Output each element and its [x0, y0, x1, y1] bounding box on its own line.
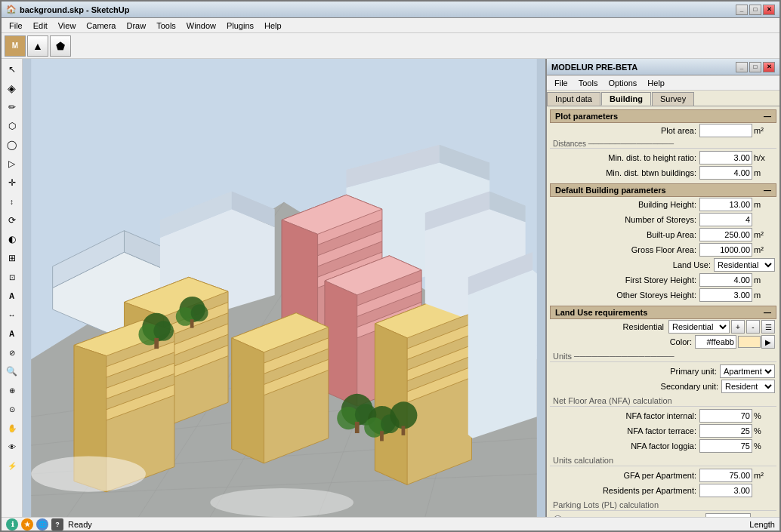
menu-window[interactable]: Window — [182, 20, 221, 31]
land-use-select[interactable]: Residential Commercial Mixed — [714, 258, 775, 272]
tool-section[interactable]: ⊘ — [3, 343, 21, 361]
section-landuse-header: Land Use requirements — — [550, 306, 776, 319]
nfa-loggia-input[interactable] — [699, 439, 752, 453]
panel-title-bar: MODELUR PRE-BETA _ □ ✕ — [547, 59, 779, 75]
gfa-input[interactable] — [699, 243, 752, 257]
section-default-building: Default Building parameters — Building H… — [550, 183, 776, 303]
tab-building[interactable]: Building — [601, 92, 651, 106]
left-toolbar: ↖ ◈ ✏ ⬡ ◯ ▷ ✛ ↕ ⟳ ◐ ⊞ ⊡ A ↔ A ⊘ 🔍 ⊕ ⊙ ✋ … — [2, 59, 23, 517]
section-building-collapse[interactable]: — — [764, 186, 771, 195]
tool-paint[interactable]: ◈ — [3, 79, 21, 97]
panel-menu-tools[interactable]: Tools — [574, 78, 603, 88]
nfa-terrace-unit: % — [752, 426, 775, 435]
viewport[interactable] — [23, 59, 545, 517]
app-window: 🏠 background.skp - SketchUp _ □ ✕ File E… — [0, 0, 781, 532]
other-storey-input[interactable] — [699, 288, 752, 302]
secondary-unit-label: Secondary unit: — [551, 382, 721, 391]
tab-input-data[interactable]: Input data — [547, 92, 600, 106]
builtup-area-input[interactable] — [699, 228, 752, 241]
menu-tools[interactable]: Tools — [152, 20, 181, 31]
lu-color-pick-button[interactable]: ▶ — [761, 335, 775, 349]
tool-scale[interactable]: ⊞ — [3, 249, 21, 267]
menu-edit[interactable]: Edit — [29, 20, 52, 31]
section-land-use: Land Use requirements — Residential Resi… — [550, 306, 776, 517]
nfa-internal-row: NFA factor internal: % — [550, 408, 776, 423]
svg-marker-60 — [232, 338, 264, 463]
lu-color-swatch[interactable] — [738, 336, 761, 348]
section-plot-parameters: Plot parameters — Plot area: m² Distance… — [550, 109, 776, 180]
tab-survey[interactable]: Survey — [652, 92, 694, 106]
tool-eraser[interactable]: ✏ — [3, 98, 21, 116]
min-dist-btwn-input[interactable] — [699, 166, 752, 180]
menu-plugins[interactable]: Plugins — [222, 20, 258, 31]
secondary-unit-select[interactable]: Resident Employee — [721, 380, 775, 393]
app-icon: 🏠 — [6, 5, 17, 14]
tool-dim[interactable]: ↔ — [3, 306, 21, 324]
info-icon-4[interactable]: ? — [51, 518, 63, 530]
menu-camera[interactable]: Camera — [82, 20, 120, 31]
nfa-terrace-input[interactable] — [699, 424, 752, 438]
tool-zoom[interactable]: 🔍 — [3, 362, 21, 380]
plot-area-input[interactable] — [699, 124, 752, 137]
menu-file[interactable]: File — [5, 20, 27, 31]
tool-arc[interactable]: ▷ — [3, 155, 21, 173]
info-icon-3[interactable]: 🌐 — [36, 518, 48, 530]
first-storey-label: First Storey Height: — [551, 275, 699, 284]
first-storey-input[interactable] — [699, 273, 752, 287]
toolbar-triangle[interactable]: ▲ — [27, 35, 48, 57]
tool-zoomext[interactable]: ⊕ — [3, 381, 21, 399]
tool-select[interactable]: ↖ — [3, 60, 21, 78]
tool-text[interactable]: A — [3, 287, 21, 305]
toolbar-shape[interactable]: ⬟ — [50, 35, 71, 57]
info-icon-1[interactable]: ℹ — [6, 518, 18, 530]
tool-lookaround[interactable]: ⚡ — [3, 457, 21, 475]
tool-offset[interactable]: ⊡ — [3, 268, 21, 286]
status-icons: ℹ ★ 🌐 ? — [6, 518, 63, 530]
min-dist-height-input[interactable] — [699, 151, 752, 165]
tool-pan[interactable]: ✋ — [3, 419, 21, 437]
primary-unit-select[interactable]: Apartment Room — [720, 364, 775, 378]
menu-draw[interactable]: Draw — [122, 20, 150, 31]
panel-menu-help[interactable]: Help — [643, 78, 669, 88]
svg-point-93 — [31, 456, 146, 491]
gfa-row: Gross Floor Area: m² — [550, 242, 776, 257]
panel-minimize[interactable]: _ — [736, 62, 748, 72]
minimize-button[interactable]: _ — [736, 5, 748, 15]
tool-follow[interactable]: ◐ — [3, 230, 21, 248]
section-landuse-collapse[interactable]: — — [764, 309, 771, 317]
nfa-internal-input[interactable] — [699, 409, 752, 423]
storeys-input[interactable] — [699, 213, 752, 226]
lu-add-button[interactable]: + — [731, 320, 745, 334]
tool-walk[interactable]: 👁 — [3, 438, 21, 456]
tool-move[interactable]: ✛ — [3, 174, 21, 192]
panel-menu-file[interactable]: File — [550, 78, 573, 88]
info-icon-2[interactable]: ★ — [21, 518, 33, 530]
tool-rect[interactable]: ⬡ — [3, 117, 21, 135]
menu-bar: File Edit View Camera Draw Tools Window … — [2, 18, 779, 33]
panel-maximize[interactable]: □ — [749, 62, 761, 72]
menu-view[interactable]: View — [54, 20, 81, 31]
maximize-button[interactable]: □ — [749, 5, 761, 15]
building-height-input[interactable] — [699, 198, 752, 211]
lu-list-button[interactable]: ☰ — [761, 320, 775, 334]
toolbar-modelur[interactable]: M — [5, 35, 26, 57]
residents-apt-input[interactable] — [699, 484, 752, 497]
panel-menu-options[interactable]: Options — [604, 78, 641, 88]
menu-help[interactable]: Help — [260, 20, 286, 31]
gfa-apt-input[interactable] — [699, 469, 752, 482]
lu-color-input[interactable] — [695, 335, 736, 349]
tool-rotate[interactable]: ⟳ — [3, 211, 21, 229]
first-storey-row: First Storey Height: m — [550, 272, 776, 288]
section-plot-collapse[interactable]: — — [764, 112, 771, 121]
tool-circle[interactable]: ◯ — [3, 136, 21, 154]
tool-orbit[interactable]: ⊙ — [3, 400, 21, 418]
lu-remove-button[interactable]: - — [746, 320, 760, 334]
lu-color-label: Color: — [551, 337, 695, 346]
tool-3dtext[interactable]: A — [3, 324, 21, 343]
lu-main-select[interactable]: Residential Commercial — [668, 320, 730, 334]
min-dist-btwn-row: Min. dist. btwn buildings: m — [550, 165, 776, 180]
close-button[interactable]: ✕ — [763, 5, 775, 15]
svg-point-94 — [210, 488, 353, 517]
tool-push[interactable]: ↕ — [3, 192, 21, 211]
panel-close[interactable]: ✕ — [763, 62, 775, 72]
